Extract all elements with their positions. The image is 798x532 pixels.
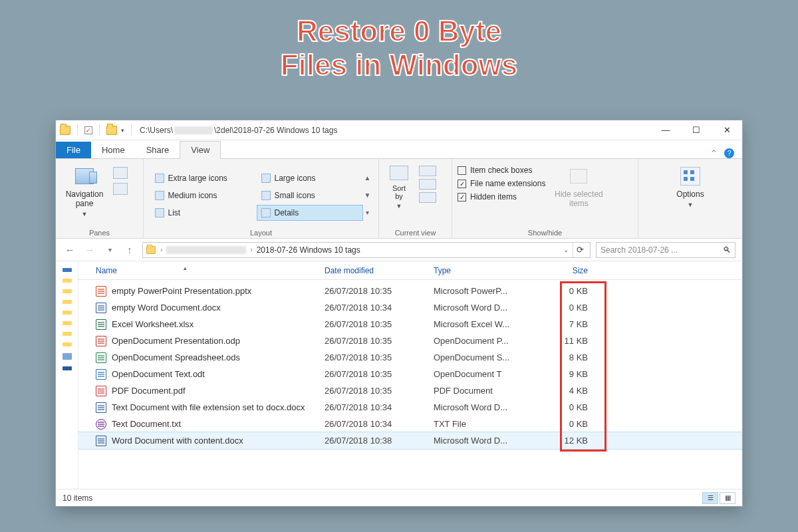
- view-large-toggle[interactable]: ▦: [720, 492, 735, 504]
- file-name: empty PowerPoint Presentation.pptx: [112, 286, 251, 296]
- file-date: 26/07/2018 10:35: [319, 286, 428, 296]
- titlebar[interactable]: ✓ ▾ C:\Users\\2del\2018-07-26 Windows 10…: [56, 120, 742, 140]
- nav-up-button[interactable]: ↑: [122, 243, 137, 257]
- hide-selected-icon: [570, 169, 587, 184]
- file-size: 8 KB: [540, 352, 593, 362]
- col-name[interactable]: Name▴: [90, 266, 319, 275]
- minimize-button[interactable]: —: [650, 120, 681, 140]
- layout-large[interactable]: Large icons: [257, 170, 363, 186]
- layout-details[interactable]: Details: [257, 205, 363, 221]
- group-layout-label: Layout: [149, 227, 373, 237]
- file-size: 0 KB: [540, 419, 593, 429]
- table-row[interactable]: empty Word Document.docx26/07/2018 10:34…: [78, 299, 742, 316]
- nav-back-button[interactable]: ←: [63, 243, 77, 257]
- table-row[interactable]: OpenDocument Presentation.odp26/07/2018 …: [78, 332, 742, 349]
- file-type: Microsoft PowerP...: [428, 286, 540, 296]
- file-type: PDF Document: [428, 386, 540, 396]
- sort-by-button[interactable]: Sort by ▼: [384, 163, 414, 220]
- file-list[interactable]: empty PowerPoint Presentation.pptx26/07/…: [78, 280, 742, 489]
- ribbon-collapse-icon[interactable]: ⌃: [710, 148, 718, 158]
- redacted-path: [166, 246, 246, 254]
- breadcrumb-current[interactable]: 2018-07-26 Windows 10 tags: [257, 245, 360, 255]
- col-size[interactable]: Size: [540, 266, 593, 275]
- tab-view[interactable]: View: [180, 141, 221, 159]
- file-name: OpenDocument Spreadsheet.ods: [112, 352, 240, 362]
- table-row[interactable]: Word Document with content.docx26/07/201…: [78, 432, 742, 449]
- column-headers[interactable]: Name▴ Date modified Type Size: [78, 261, 742, 280]
- file-type: OpenDocument S...: [428, 352, 540, 362]
- preview-pane-icon[interactable]: [113, 167, 128, 179]
- file-type: OpenDocument P...: [428, 336, 540, 346]
- search-icon: 🔍︎: [723, 245, 731, 255]
- search-input[interactable]: Search 2018-07-26 ... 🔍︎: [596, 242, 735, 258]
- file-name: Word Document with content.docx: [112, 436, 243, 446]
- col-date[interactable]: Date modified: [319, 266, 428, 275]
- navigation-pane-icon: [75, 168, 94, 184]
- file-name: Excel Worksheet.xlsx: [112, 319, 194, 329]
- details-pane-icon[interactable]: [113, 183, 128, 195]
- status-bar: 10 items ☰ ▦: [56, 489, 742, 506]
- item-count: 10 items: [63, 493, 92, 503]
- file-type: TXT File: [428, 419, 540, 429]
- file-size: 7 KB: [540, 319, 593, 329]
- layout-medium[interactable]: Medium icons: [150, 188, 257, 203]
- nav-tree[interactable]: [56, 261, 78, 489]
- col-type[interactable]: Type: [428, 266, 540, 275]
- file-type: Microsoft Word D...: [428, 436, 540, 446]
- group-current-view-label: Current view: [384, 227, 446, 237]
- ribbon-tabs: File Home Share View ⌃ ?: [56, 140, 742, 159]
- table-row[interactable]: empty PowerPoint Presentation.pptx26/07/…: [78, 283, 742, 299]
- file-date: 26/07/2018 10:34: [319, 402, 428, 412]
- file-name: OpenDocument Presentation.odp: [112, 336, 240, 346]
- gallery-down-icon[interactable]: ▼: [363, 188, 372, 203]
- gallery-more-icon[interactable]: ▾: [363, 205, 372, 221]
- folder-icon: [60, 126, 70, 135]
- file-size: 0 KB: [540, 286, 593, 296]
- table-row[interactable]: Excel Worksheet.xlsx26/07/2018 10:35Micr…: [78, 316, 742, 332]
- check-hidden-items[interactable]: ✓Hidden items: [458, 192, 545, 201]
- gallery-up-icon[interactable]: ▲: [363, 170, 372, 186]
- add-columns-icon[interactable]: [419, 179, 436, 190]
- check-item-checkboxes[interactable]: Item check boxes: [458, 166, 545, 175]
- breadcrumb[interactable]: › › 2018-07-26 Windows 10 tags ⌄ ⟳: [142, 242, 591, 258]
- view-details-toggle[interactable]: ☰: [702, 492, 718, 504]
- file-type-icon: [96, 303, 106, 313]
- file-date: 26/07/2018 10:38: [319, 436, 428, 446]
- layout-extra-large[interactable]: Extra large icons: [150, 170, 257, 186]
- file-size: 9 KB: [540, 369, 593, 379]
- options-button[interactable]: Options ▼: [669, 163, 712, 220]
- tab-share[interactable]: Share: [136, 142, 180, 158]
- redacted-username: [174, 126, 213, 134]
- close-button[interactable]: ✕: [712, 120, 742, 140]
- file-name: empty Word Document.docx: [112, 303, 221, 313]
- navigation-pane-button[interactable]: Navigation pane ▼: [61, 163, 108, 220]
- file-size: 0 KB: [540, 303, 593, 313]
- layout-small[interactable]: Small icons: [257, 188, 363, 203]
- breadcrumb-dropdown-icon[interactable]: ⌄: [563, 246, 569, 253]
- table-row[interactable]: Text Document with file extension set to…: [78, 399, 742, 416]
- table-row[interactable]: PDF Document.pdf26/07/2018 10:35PDF Docu…: [78, 382, 742, 399]
- check-file-extensions[interactable]: ✓File name extensions: [458, 179, 545, 188]
- table-row[interactable]: Text Document.txt26/07/2018 10:34TXT Fil…: [78, 416, 742, 432]
- nav-recent-button[interactable]: ▾: [102, 243, 117, 257]
- file-name: Text Document with file extension set to…: [112, 402, 305, 412]
- size-columns-icon[interactable]: [419, 192, 436, 203]
- group-show-hide-label: Show/hide: [458, 227, 632, 237]
- maximize-button[interactable]: ☐: [681, 120, 712, 140]
- refresh-button[interactable]: ⟳: [573, 243, 587, 257]
- layout-list[interactable]: List: [150, 205, 257, 221]
- help-icon[interactable]: ?: [724, 148, 734, 158]
- qat-properties-icon[interactable]: ✓: [84, 126, 92, 134]
- file-date: 26/07/2018 10:35: [319, 319, 428, 329]
- layout-gallery[interactable]: Extra large icons Large icons ▲ Medium i…: [150, 170, 372, 221]
- group-panes-label: Panes: [61, 227, 138, 237]
- table-row[interactable]: OpenDocument Spreadsheet.ods26/07/2018 1…: [78, 349, 742, 366]
- file-size: 12 KB: [540, 436, 593, 446]
- file-name: Text Document.txt: [112, 419, 181, 429]
- hero-title: Restore 0 Byte Files in Windows: [0, 0, 798, 82]
- tab-file[interactable]: File: [56, 142, 91, 158]
- file-date: 26/07/2018 10:34: [319, 303, 428, 313]
- group-by-icon[interactable]: [419, 166, 436, 176]
- tab-home[interactable]: Home: [91, 142, 136, 158]
- table-row[interactable]: OpenDocument Text.odt26/07/2018 10:35Ope…: [78, 366, 742, 382]
